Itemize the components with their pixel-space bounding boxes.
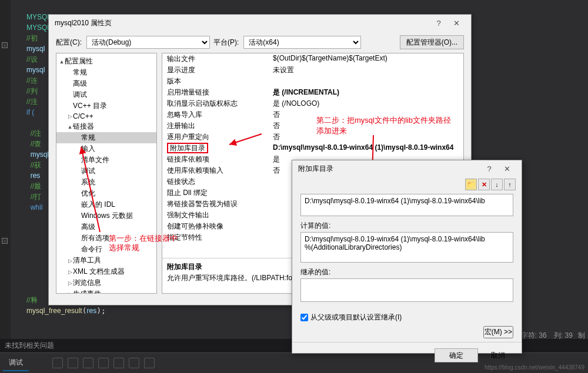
debug-icon[interactable]	[68, 358, 78, 368]
close-icon[interactable]: ✕	[447, 19, 465, 28]
property-row[interactable]: 输出文件$(OutDir)$(TargetName)$(TargetExt)	[162, 53, 463, 65]
tree-node[interactable]: 系统	[56, 177, 156, 188]
tree-node[interactable]: ▷XML 文档生成器	[56, 266, 156, 277]
platform-select[interactable]: 活动(x64)	[243, 36, 361, 49]
debug-icon[interactable]	[52, 358, 63, 368]
property-row[interactable]: 显示进度未设置	[162, 65, 463, 76]
close-icon[interactable]: ✕	[498, 164, 516, 173]
tree-node[interactable]: ▷清单工具	[56, 255, 156, 266]
dialog-title: mysql2010 属性页	[55, 18, 430, 28]
move-down-icon[interactable]: ↓	[491, 179, 503, 190]
fold-icon[interactable]: -	[2, 42, 8, 48]
property-value: 未设置	[273, 65, 459, 75]
property-key: 附加库目录	[167, 143, 273, 153]
tree-label: 所有选项	[81, 233, 109, 243]
fold-icon[interactable]: -	[2, 238, 8, 244]
help-icon[interactable]: ?	[430, 19, 447, 28]
tree-node[interactable]: 常规	[56, 132, 156, 143]
property-row[interactable]: 附加库目录D:\mysql\mysql-8.0.19-winx64 (1)\my…	[162, 143, 463, 154]
property-row[interactable]: 逐用户重定向否	[162, 132, 463, 143]
help-icon[interactable]: ?	[480, 164, 498, 173]
platform-label: 平台(P):	[213, 38, 239, 48]
inherit-box	[300, 278, 513, 302]
tree-node[interactable]: ▷生成事件	[56, 288, 156, 294]
tree-node[interactable]: 调试	[56, 89, 156, 100]
calc-label: 计算的值:	[300, 221, 513, 231]
debug-icon[interactable]	[98, 358, 109, 368]
tree-label: VC++ 目录	[73, 101, 107, 111]
config-row: 配置(C): 活动(Debug) 平台(P): 活动(x64) 配置管理器(O)…	[49, 32, 471, 53]
property-key: 忽略导入库	[167, 110, 273, 120]
property-value: 否	[273, 132, 459, 142]
property-tree[interactable]: ▲配置属性常规高级调试VC++ 目录▷C/C++▲链接器常规输入清单文件调试系统…	[56, 53, 157, 294]
property-value: 是 (/INCREMENTAL)	[273, 88, 459, 98]
tree-label: 输入	[81, 144, 95, 154]
annotation-step2b: 添加进来	[316, 126, 347, 136]
tree-node[interactable]: ▷C/C++	[56, 112, 156, 121]
inherit-checkbox[interactable]	[300, 314, 308, 321]
tree-label: 高级	[73, 79, 87, 89]
calc-value: D:\mysql\mysql-8.0.19-winx64 (1)\mysql-8…	[305, 235, 485, 251]
tree-node[interactable]: 输入	[56, 143, 156, 154]
ok-button[interactable]: 确定	[435, 348, 478, 362]
debug-icon[interactable]	[113, 358, 124, 368]
debug-icon[interactable]	[83, 358, 93, 368]
tree-node[interactable]: 高级	[56, 221, 156, 233]
property-key: 取消显示启动版权标志	[167, 99, 273, 109]
tree-node[interactable]: 清单文件	[56, 154, 156, 166]
tree-label: 常规	[73, 68, 87, 78]
property-value: 是 (/NOLOGO)	[273, 99, 459, 109]
status-col: 列: 39	[554, 331, 573, 340]
property-row[interactable]: 启用增量链接是 (/INCREMENTAL)	[162, 87, 463, 98]
debug-icon[interactable]	[144, 358, 155, 368]
property-key: 阻止 Dll 绑定	[167, 188, 273, 198]
tree-node[interactable]: ▲配置属性	[56, 56, 156, 67]
inherit-checkbox-row[interactable]: 从父级或项目默认设置继承(I)	[300, 312, 513, 322]
subdialog-titlebar: 附加库目录 ? ✕	[292, 160, 522, 177]
tree-node[interactable]: Windows 元数据	[56, 210, 156, 221]
property-row[interactable]: 取消显示启动版权标志是 (/NOLOGO)	[162, 98, 463, 109]
delete-icon[interactable]: ✕	[478, 179, 490, 190]
property-key: 链接状态	[167, 177, 273, 187]
move-up-icon[interactable]: ↑	[504, 179, 516, 190]
property-key: 启用增量链接	[167, 88, 273, 98]
tree-label: XML 文档生成器	[73, 267, 125, 277]
tree-node[interactable]: 优化	[56, 188, 156, 199]
tree-label: 浏览信息	[73, 278, 101, 288]
additional-lib-dialog: 附加库目录 ? ✕ 📁 ✕ ↓ ↑ D:\mysql\mysql-8.0.19-…	[292, 160, 522, 354]
macro-button[interactable]: 宏(M) >>	[483, 326, 513, 338]
property-key: 指定节特性	[167, 233, 273, 243]
property-value	[273, 76, 459, 86]
tree-node[interactable]: ▷浏览信息	[56, 277, 156, 288]
tree-node[interactable]: ▲链接器	[56, 121, 156, 132]
tree-label: 常规	[81, 133, 95, 143]
property-row[interactable]: 版本	[162, 76, 463, 87]
tree-node[interactable]: 高级	[56, 78, 156, 89]
config-manager-button[interactable]: 配置管理器(O)...	[400, 35, 464, 49]
property-key: 输出文件	[167, 54, 273, 64]
property-key: 链接库依赖项	[167, 154, 273, 164]
editor-gutter: - -	[0, 0, 11, 373]
inherit-label: 继承的值:	[300, 267, 513, 277]
config-label: 配置(C):	[56, 38, 82, 48]
subdialog-title: 附加库目录	[298, 164, 480, 174]
debug-icon[interactable]	[129, 358, 139, 368]
config-select[interactable]: 活动(Debug)	[86, 36, 210, 49]
calc-box: D:\mysql\mysql-8.0.19-winx64 (1)\mysql-8…	[300, 232, 513, 263]
debug-tab[interactable]: 调试	[3, 355, 29, 371]
tree-node[interactable]: 嵌入的 IDL	[56, 199, 156, 210]
tree-node[interactable]: 调试	[56, 166, 156, 177]
tree-label: 清单工具	[73, 256, 101, 266]
property-key: 使用库依赖项输入	[167, 166, 273, 176]
annotation-step2a: 第二步：把mysql文件中的lib文件夹路径	[316, 115, 451, 126]
tree-node[interactable]: VC++ 目录	[56, 100, 156, 112]
tree-label: C/C++	[73, 112, 93, 120]
cancel-button[interactable]: 取消	[483, 348, 513, 362]
path-input[interactable]: D:\mysql\mysql-8.0.19-winx64 (1)\mysql-8…	[300, 194, 513, 216]
tree-label: 高级	[81, 222, 95, 232]
tree-label: 生成事件	[73, 289, 101, 294]
tree-label: Windows 元数据	[81, 211, 133, 221]
new-folder-icon[interactable]: 📁	[465, 179, 477, 190]
dialog-titlebar: mysql2010 属性页 ? ✕	[49, 15, 471, 32]
tree-node[interactable]: 常规	[56, 67, 156, 78]
